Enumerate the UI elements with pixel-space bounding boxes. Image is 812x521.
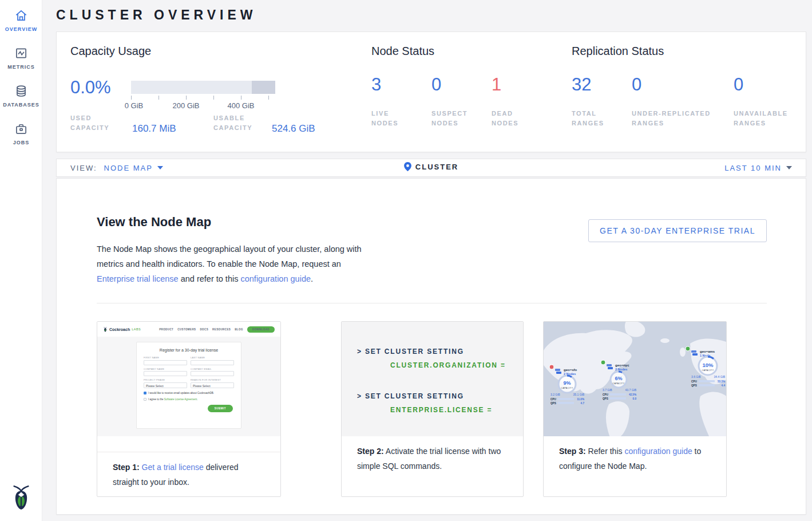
used-capacity-label: USED CAPACITY [70,113,109,133]
svg-text:42.5%: 42.5% [629,393,636,396]
sql-commands-preview: > SET CLUSTER SETTING CLUSTER.ORGANIZATI… [342,322,523,436]
mini-site-body: Register for a 30-day trial license FIRS… [97,337,280,436]
mini-select: Please Select [191,382,234,388]
briefcase-icon [14,121,29,136]
capacity-values: USED CAPACITY 160.7 MiB USABLE CAPACITY … [70,112,339,135]
sidebar-item-databases[interactable]: DATABASES [0,76,42,113]
svg-text:geo=sfo: geo=sfo [564,368,577,372]
node-map-promo-panel: View the Node Map The Node Map shows the… [56,178,806,515]
step-1-card: Cockroach LABS PRODUCT CUSTOMERS DOCS RE… [97,321,281,497]
node-status-title: Node Status [371,45,560,58]
svg-text:0.0: 0.0 [633,397,637,400]
step-1-caption: Step 1: Get a trial license delivered st… [97,452,280,490]
database-icon [14,84,29,98]
trial-register-form: Register for a 30-day trial license FIRS… [136,342,241,429]
view-bar: VIEW: NODE MAP CLUSTER LAST 10 MIN [56,159,806,177]
node-map-preview: geo=sfo 2 Nodes 9% CAPACITY 3.2 GiB 35.1… [544,322,726,436]
total-ranges-value: 32 [572,74,604,95]
enterprise-trial-license-link[interactable]: Enterprise trial license [97,274,179,283]
svg-text:2 Nodes: 2 Nodes [615,368,627,371]
capacity-bar-track [131,81,275,94]
view-selector: VIEW: NODE MAP [70,164,163,172]
unavailable-ranges-value: 0 [734,74,788,95]
replication-status-section: Replication Status 32 TOTAL RANGES 0 UND… [572,45,801,58]
map-pin-icon [404,162,411,171]
unavailable-ranges-stat: 0 UNAVAILABLE RANGES [734,74,788,128]
under-replicated-label: UNDER-REPLICATED RANGES [632,109,711,128]
mini-download-button: DOWNLOAD [247,326,275,333]
checkbox-checked-icon [144,392,146,394]
view-dropdown[interactable]: NODE MAP [104,164,163,172]
svg-text:4.4: 4.4 [722,384,726,387]
sidebar-item-metrics[interactable]: METRICS [0,38,42,76]
under-replicated-stat: 0 UNDER-REPLICATED RANGES [632,74,711,128]
sidebar: OVERVIEW METRICS DATABASES JOBS [0,0,42,521]
step-3-caption: Step 3: Refer this configuration guide t… [544,436,726,473]
mini-checkbox-row: I agree to the Software License Agreemen… [144,398,234,401]
node-map-description: The Node Map shows the geographical layo… [97,242,375,286]
view-label: VIEW: [70,164,97,172]
svg-text:geo=nyc: geo=nyc [615,364,629,367]
mini-select: Please Select [144,382,187,388]
mini-input [144,360,187,365]
mini-submit-button: SUBMIT [208,405,233,412]
step-2-card: > SET CLUSTER SETTING CLUSTER.ORGANIZATI… [341,321,524,497]
total-ranges-stat: 32 TOTAL RANGES [572,74,604,128]
metrics-icon [14,46,29,61]
svg-text:CPU: CPU [691,380,697,383]
get-trial-license-link[interactable]: Get a trial license [142,463,204,472]
live-nodes-value: 3 [371,74,398,95]
svg-text:35.1 GiB: 35.1 GiB [573,393,585,396]
home-icon [14,8,29,23]
node-status-section: Node Status 3 LIVE NODES 0 SUSPECT NODES… [371,45,560,58]
enterprise-trial-button[interactable]: GET A 30-DAY ENTERPRISE TRIAL [588,219,767,242]
step-3-card: geo=sfo 2 Nodes 9% CAPACITY 3.2 GiB 35.1… [543,321,727,497]
svg-text:10%: 10% [702,362,714,368]
svg-text:6%: 6% [615,376,622,381]
node-map-heading: View the Node Map [97,215,211,230]
svg-text:11.0%: 11.0% [577,398,584,401]
mini-input [144,371,187,376]
mini-input [191,360,234,365]
svg-text:53.3%: 53.3% [718,380,725,383]
capacity-bar: 0 GiB 200 GiB 400 GiB [131,81,275,110]
time-range-selector: LAST 10 MIN [724,164,792,172]
scope-label: CLUSTER [415,163,458,171]
used-capacity-value: 160.7 MiB [132,123,176,135]
live-nodes-stat: 3 LIVE NODES [371,74,398,128]
mini-input [191,371,234,376]
svg-text:geo=ams: geo=ams [700,350,715,353]
roach-glyph-icon [103,326,108,333]
svg-text:3.2 GiB: 3.2 GiB [550,393,560,396]
step-2-caption: Step 2: Activate the trial license with … [342,436,523,473]
svg-text:QPS: QPS [550,402,556,405]
capacity-usage-title: Capacity Usage [70,45,339,58]
mini-site-header: Cockroach LABS PRODUCT CUSTOMERS DOCS RE… [97,322,280,337]
svg-text:QPS: QPS [603,397,608,400]
chevron-down-icon [157,166,163,169]
capacity-used-percent: 0.0% [70,77,111,98]
usable-capacity-label: USABLE CAPACITY [213,113,252,133]
configuration-guide-link-2[interactable]: configuration guide [624,447,692,456]
suspect-nodes-label: SUSPECT NODES [431,109,468,128]
time-range-dropdown[interactable]: LAST 10 MIN [724,164,792,172]
cockroach-labs-logo: Cockroach LABS [103,326,141,333]
capacity-axis-labels: 0 GiB 200 GiB 400 GiB [131,101,275,110]
svg-text:9%: 9% [563,380,571,386]
svg-text:QPS: QPS [691,384,697,387]
mini-checkbox-row: I would like to receive email updates ab… [144,392,234,394]
svg-text:43.7 GiB: 43.7 GiB [625,388,637,392]
capacity-usage-section: Capacity Usage 0.0% 0 GiB 200 GiB 400 Gi… [70,45,339,58]
suspect-nodes-value: 0 [431,74,468,95]
live-nodes-label: LIVE NODES [371,109,398,128]
configuration-guide-link[interactable]: configuration guide [240,274,311,283]
dead-nodes-label: DEAD NODES [492,109,518,128]
sidebar-item-overview[interactable]: OVERVIEW [0,0,42,38]
cockroachdb-logo[interactable] [9,483,33,512]
replication-status-title: Replication Status [572,45,801,58]
dead-nodes-stat: 1 DEAD NODES [492,74,518,128]
svg-text:4.7: 4.7 [581,402,585,405]
mini-site-nav: PRODUCT CUSTOMERS DOCS RESOURCES BLOG DO… [159,326,275,333]
svg-text:CPU: CPU [603,393,608,396]
sidebar-item-jobs[interactable]: JOBS [0,113,42,151]
